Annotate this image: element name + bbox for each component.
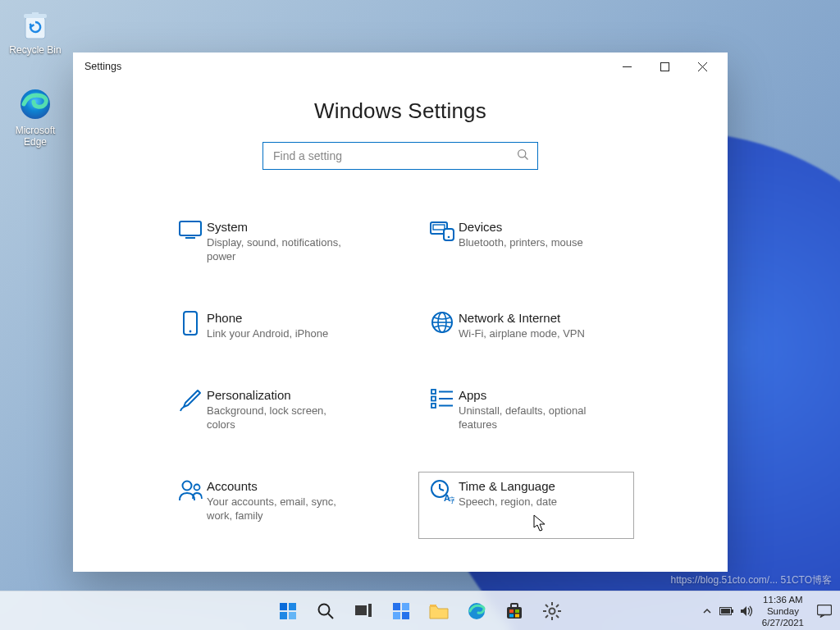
- svg-rect-41: [393, 603, 400, 610]
- titlebar[interactable]: Settings: [73, 52, 728, 80]
- svg-text:字: 字: [449, 496, 454, 504]
- page-title: Windows Settings: [73, 98, 728, 124]
- clock-day: Sunday: [762, 605, 804, 617]
- start-button[interactable]: [272, 595, 304, 628]
- svg-rect-47: [507, 607, 522, 619]
- clock-time: 11:36 AM: [762, 594, 804, 605]
- search-input[interactable]: [273, 149, 517, 162]
- maximize-button[interactable]: [646, 54, 683, 79]
- svg-rect-22: [431, 404, 436, 408]
- tile-subtitle: Link your Android, iPhone: [207, 326, 354, 340]
- svg-rect-9: [180, 221, 201, 235]
- tile-subtitle: Bluetooth, printers, mouse: [459, 235, 606, 249]
- edge-icon: [16, 85, 54, 123]
- settings-taskbar-button[interactable]: [536, 595, 568, 628]
- svg-point-27: [194, 485, 200, 491]
- tile-title: Phone: [207, 311, 375, 325]
- desktop-icon-recycle-bin[interactable]: Recycle Bin: [5, 5, 66, 56]
- svg-rect-4: [660, 62, 669, 71]
- notifications-button[interactable]: [810, 595, 838, 628]
- watermark: https://blog.51cto.com/... 51CTO博客: [670, 573, 832, 587]
- show-hidden-icons-button[interactable]: [698, 595, 716, 628]
- phone-icon: [174, 311, 207, 340]
- svg-rect-21: [431, 397, 436, 401]
- tile-title: Devices: [459, 220, 627, 234]
- desktop-icon-edge[interactable]: Microsoft Edge: [5, 85, 66, 148]
- close-button[interactable]: [683, 54, 721, 79]
- svg-rect-63: [732, 609, 733, 613]
- volume-icon[interactable]: [737, 595, 756, 628]
- tile-title: Personalization: [207, 388, 375, 402]
- edge-taskbar-button[interactable]: [460, 595, 493, 628]
- svg-rect-40: [368, 604, 372, 617]
- tile-title: System: [207, 220, 375, 234]
- tile-accounts[interactable]: Accounts Your accounts, email, sync, wor…: [167, 472, 382, 539]
- svg-rect-51: [509, 614, 514, 617]
- clock-date: 6/27/2021: [762, 617, 804, 628]
- recycle-bin-icon: [16, 5, 54, 43]
- svg-rect-45: [430, 605, 436, 607]
- svg-line-61: [556, 605, 559, 607]
- settings-grid: System Display, sound, notifications, po…: [167, 212, 634, 539]
- tile-personalization[interactable]: Personalization Background, lock screen,…: [167, 381, 382, 439]
- svg-point-53: [550, 608, 555, 614]
- svg-rect-65: [818, 605, 832, 614]
- widgets-button[interactable]: [385, 595, 418, 628]
- svg-point-14: [448, 236, 450, 239]
- svg-rect-50: [515, 609, 519, 613]
- tile-subtitle: Wi-Fi, airplane mode, VPN: [459, 326, 606, 340]
- paintbrush-icon: [174, 388, 207, 418]
- tile-network[interactable]: Network & Internet Wi-Fi, airplane mode,…: [418, 304, 634, 348]
- svg-line-30: [440, 489, 444, 491]
- svg-rect-49: [509, 609, 514, 613]
- svg-line-38: [328, 614, 333, 619]
- task-view-button[interactable]: [347, 595, 380, 628]
- tile-subtitle: Uninstall, defaults, optional features: [459, 404, 606, 431]
- svg-rect-35: [280, 612, 287, 619]
- globe-icon: [426, 311, 459, 340]
- store-button[interactable]: [498, 595, 531, 628]
- minimize-button[interactable]: [608, 54, 646, 79]
- tile-system[interactable]: System Display, sound, notifications, po…: [167, 212, 382, 271]
- svg-rect-20: [431, 390, 436, 394]
- search-icon: [517, 148, 529, 164]
- svg-rect-34: [289, 603, 296, 610]
- svg-line-8: [525, 156, 528, 159]
- accounts-icon: [174, 479, 207, 509]
- svg-point-16: [189, 331, 192, 333]
- tile-subtitle: Display, sound, notifications, power: [207, 235, 354, 263]
- tile-apps[interactable]: Apps Uninstall, defaults, optional featu…: [418, 381, 634, 439]
- svg-rect-39: [355, 605, 367, 615]
- battery-icon[interactable]: [718, 595, 736, 628]
- svg-point-26: [183, 482, 192, 491]
- settings-window: Settings Windows Settings System Display…: [73, 52, 728, 572]
- svg-rect-12: [433, 225, 445, 230]
- svg-line-58: [546, 605, 548, 607]
- tile-title: Apps: [459, 388, 627, 402]
- devices-icon: [426, 220, 459, 249]
- taskbar-clock[interactable]: 11:36 AM Sunday 6/27/2021: [757, 594, 809, 628]
- svg-rect-13: [444, 229, 454, 240]
- svg-rect-36: [289, 612, 296, 619]
- svg-point-37: [319, 604, 330, 614]
- desktop-icon-label: Microsoft Edge: [16, 125, 56, 148]
- window-title: Settings: [84, 61, 608, 72]
- tile-devices[interactable]: Devices Bluetooth, printers, mouse: [418, 212, 634, 271]
- taskbar-search-button[interactable]: [309, 595, 342, 628]
- svg-rect-44: [402, 612, 409, 619]
- svg-rect-0: [25, 17, 45, 39]
- tile-phone[interactable]: Phone Link your Android, iPhone: [167, 304, 382, 348]
- tile-title: Accounts: [207, 479, 375, 493]
- tile-title: Time & Language: [459, 479, 627, 493]
- svg-rect-52: [515, 614, 519, 617]
- tile-subtitle: Speech, region, date: [459, 495, 606, 509]
- file-explorer-button[interactable]: [422, 595, 455, 628]
- tile-time-language[interactable]: A 字 Time & Language Speech, region, date: [418, 472, 634, 539]
- system-icon: [174, 220, 207, 249]
- svg-rect-33: [280, 603, 287, 610]
- svg-line-60: [546, 615, 548, 618]
- tile-title: Network & Internet: [459, 311, 627, 325]
- search-box[interactable]: [262, 142, 538, 170]
- tile-subtitle: Your accounts, email, sync, work, family: [207, 495, 354, 523]
- taskbar: 11:36 AM Sunday 6/27/2021: [0, 591, 840, 630]
